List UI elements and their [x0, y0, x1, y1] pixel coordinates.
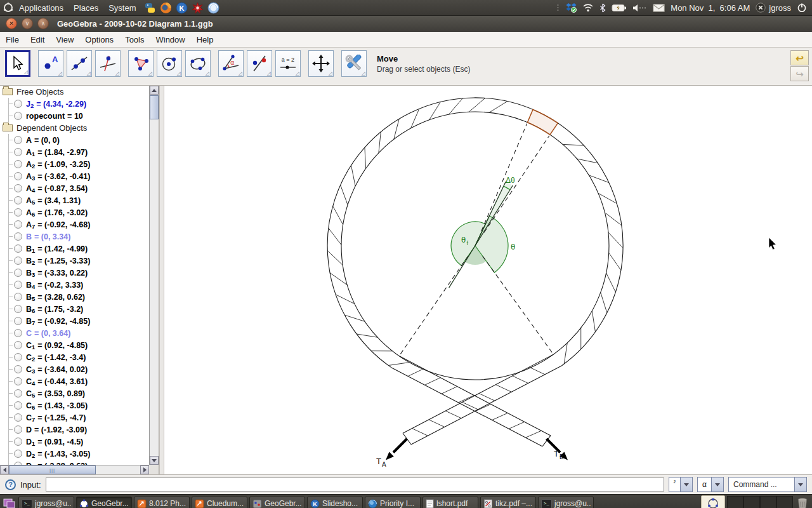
taskbar-task[interactable]: 8.012 Ph...: [134, 497, 190, 508]
redo-button[interactable]: ↪: [790, 66, 809, 81]
algebra-item[interactable]: C4= (-0.44, 3.61): [0, 375, 149, 387]
greek-dropdown[interactable]: α: [697, 477, 724, 492]
exponent-dropdown[interactable]: ²: [669, 477, 693, 492]
algebra-item[interactable]: A2= (-1.09, -3.25): [0, 158, 149, 170]
menu-help[interactable]: Help: [191, 32, 219, 47]
algebra-item[interactable]: A7= (-0.92, -4.68): [0, 218, 149, 231]
menu-options[interactable]: Options: [79, 32, 119, 47]
red-star-icon[interactable]: [191, 1, 204, 15]
algebra-horizontal-scrollbar[interactable]: |||: [0, 465, 149, 474]
tool-line-button[interactable]: ◿: [67, 50, 92, 77]
algebra-item[interactable]: B2= (-1.25, -3.33): [0, 255, 149, 267]
algebra-item[interactable]: B5= (3.28, 0.62): [0, 291, 149, 303]
tool-conic-button[interactable]: ◿: [185, 50, 211, 77]
menu-tools[interactable]: Tools: [119, 32, 150, 47]
firefox-icon[interactable]: [159, 1, 173, 15]
geogebra-notification-icon[interactable]: [701, 495, 725, 508]
vertical-scroll-thumb[interactable]: [150, 95, 159, 119]
algebra-item[interactable]: C7= (-1.25, -4.7): [0, 411, 149, 424]
algebra-item[interactable]: A6= (1.76, -3.02): [0, 206, 149, 218]
algebra-item[interactable]: ropecount= 10: [0, 110, 149, 122]
trash-icon[interactable]: [795, 496, 810, 508]
visibility-toggle[interactable]: [14, 112, 22, 120]
algebra-item[interactable]: B3= (-3.33, 0.22): [0, 267, 149, 279]
volume-icon[interactable]: [632, 4, 647, 12]
kde-app-icon[interactable]: K: [175, 1, 188, 15]
taskbar-task[interactable]: >_jgross@u...: [538, 497, 594, 508]
visibility-toggle[interactable]: [14, 244, 22, 253]
window-close-button[interactable]: ✕: [6, 18, 17, 29]
algebra-item[interactable]: C6= (1.43, -3.05): [0, 399, 149, 411]
visibility-toggle[interactable]: [14, 377, 22, 385]
algebra-item[interactable]: A1= (1.84, -2.97): [0, 146, 149, 158]
workspace-switcher[interactable]: [727, 496, 793, 508]
scroll-left-button[interactable]: [0, 465, 9, 474]
visibility-toggle[interactable]: [14, 389, 22, 398]
taskbar-task[interactable]: GeoGebr...: [249, 497, 305, 508]
taskbar-task[interactable]: >_jgross@u...: [18, 497, 74, 508]
algebra-item[interactable]: B6= (1.75, -3.2): [0, 303, 149, 315]
show-desktop-button[interactable]: [2, 497, 16, 508]
tool-angle-button[interactable]: α ◿: [218, 50, 244, 77]
taskbar-task[interactable]: Cluedum...: [192, 497, 247, 508]
algebra-item[interactable]: A4= (-0.87, 3.54): [0, 182, 149, 194]
visibility-toggle[interactable]: [14, 365, 22, 373]
visibility-toggle[interactable]: [14, 425, 22, 434]
visibility-toggle[interactable]: [14, 317, 22, 325]
visibility-toggle[interactable]: [14, 257, 22, 265]
mail-icon[interactable]: [653, 4, 665, 12]
visibility-toggle[interactable]: [14, 329, 22, 337]
tool-polygon-button[interactable]: ◿: [128, 50, 154, 77]
visibility-toggle[interactable]: [14, 220, 22, 229]
desktop-menu-places[interactable]: Places: [69, 0, 103, 15]
desktop-menu-applications[interactable]: Applications: [14, 0, 69, 15]
konqueror-icon[interactable]: [207, 1, 220, 15]
visibility-toggle[interactable]: [14, 413, 22, 422]
scroll-right-button[interactable]: [140, 465, 149, 474]
tool-move-button[interactable]: ◿: [5, 50, 30, 77]
menu-edit[interactable]: Edit: [25, 32, 50, 47]
battery-icon[interactable]: [612, 4, 627, 12]
tool-circle-button[interactable]: ◿: [157, 50, 182, 77]
taskbar-task[interactable]: KSlidesho...: [307, 497, 363, 508]
user-menu[interactable]: jgross: [756, 3, 791, 13]
algebra-item[interactable]: B1= (1.42, -4.99): [0, 243, 149, 255]
workspace-cell[interactable]: [760, 496, 776, 508]
clock[interactable]: Mon Nov 1, 6:06 AM: [671, 3, 750, 13]
algebra-item[interactable]: C2= (-1.42, -3.4): [0, 351, 149, 363]
visibility-toggle[interactable]: [14, 450, 22, 458]
scroll-up-button[interactable]: [150, 86, 159, 95]
algebra-section-header[interactable]: Dependent Objects: [0, 122, 149, 134]
algebra-vertical-scrollbar[interactable]: [149, 86, 159, 465]
algebra-item[interactable]: D2= (-1.43, -3.05): [0, 448, 149, 460]
workspace-cell[interactable]: [743, 496, 760, 508]
algebra-item[interactable]: C= (0, 3.64): [0, 327, 149, 339]
visibility-toggle[interactable]: [14, 353, 22, 361]
python-icon[interactable]: [143, 1, 157, 15]
visibility-toggle[interactable]: [14, 148, 22, 156]
algebra-item[interactable]: D1= (0.91, -4.5): [0, 436, 149, 448]
dropbox-icon[interactable]: [566, 3, 577, 13]
window-minimize-button[interactable]: ∨: [22, 18, 33, 29]
workspace-cell[interactable]: [776, 496, 793, 508]
algebra-item[interactable]: D3= (-3.28, 0.62): [0, 460, 149, 465]
taskbar-task[interactable]: Priority I...: [365, 497, 421, 508]
algebra-section-header[interactable]: Free Objects: [0, 86, 149, 98]
bluetooth-icon[interactable]: [599, 3, 606, 13]
wifi-icon[interactable]: [582, 3, 594, 12]
visibility-toggle[interactable]: [14, 401, 22, 410]
algebra-item[interactable]: J2= (4.34, -2.29): [0, 98, 149, 110]
workspace-cell[interactable]: [727, 496, 743, 508]
visibility-toggle[interactable]: [14, 196, 22, 204]
window-titlebar[interactable]: ✕ ∨ ∧ GeoGebra - 2009-10-02 Diagram 1.1.…: [0, 16, 812, 32]
visibility-toggle[interactable]: [14, 438, 22, 446]
menu-window[interactable]: Window: [150, 32, 190, 47]
panel-splitter[interactable]: [159, 86, 164, 474]
algebra-item[interactable]: C5= (3.53, 0.89): [0, 387, 149, 399]
window-maximize-button[interactable]: ∧: [37, 18, 49, 29]
visibility-toggle[interactable]: [14, 305, 22, 313]
tool-reflect-button[interactable]: ◿: [247, 50, 272, 77]
tool-point-button[interactable]: A ◿: [38, 50, 63, 77]
taskbar-task[interactable]: lshort.pdf: [422, 497, 478, 508]
input-help-icon[interactable]: ?: [5, 479, 16, 490]
